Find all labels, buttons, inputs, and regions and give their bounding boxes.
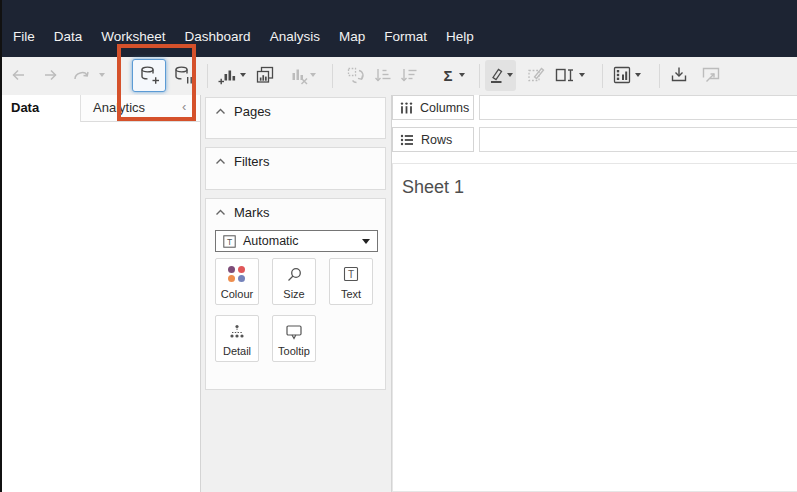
fit-dropdown-caret[interactable] — [579, 73, 585, 77]
text-mark-type-icon: T — [223, 235, 236, 248]
menu-dashboard[interactable]: Dashboard — [185, 29, 251, 44]
menu-help[interactable]: Help — [446, 29, 474, 44]
rows-shelf-drop-area[interactable] — [479, 127, 797, 152]
forward-icon — [41, 65, 61, 85]
duplicate-button[interactable] — [252, 62, 278, 88]
pause-auto-updates-button[interactable] — [170, 62, 196, 88]
menu-data[interactable]: Data — [54, 29, 83, 44]
sort-descending-icon — [398, 65, 419, 86]
back-icon — [8, 65, 28, 85]
sheet-view[interactable]: Sheet 1 — [392, 163, 797, 492]
clear-sheet-button[interactable] — [285, 62, 311, 88]
detail-icon — [228, 323, 246, 341]
collapse-chevron-icon[interactable] — [215, 209, 226, 216]
rows-shelf-text: Rows — [421, 133, 452, 147]
svg-text:T: T — [348, 269, 354, 280]
menu-worksheet[interactable]: Worksheet — [101, 29, 165, 44]
size-button[interactable]: Size — [272, 258, 316, 305]
columns-shelf-drop-area[interactable] — [479, 95, 797, 120]
sort-ascending-icon — [372, 65, 393, 86]
text-button-label: Text — [341, 288, 361, 300]
filters-card-title: Filters — [234, 154, 269, 169]
show-me-button[interactable] — [609, 62, 635, 88]
highlight-button[interactable] — [483, 62, 509, 88]
fit-selector-icon — [553, 64, 575, 86]
back-button[interactable] — [5, 62, 31, 88]
collapse-chevron-icon[interactable] — [215, 108, 226, 115]
new-worksheet-dropdown-caret[interactable] — [240, 73, 246, 77]
new-worksheet-icon — [217, 65, 238, 86]
toolbar-separator — [332, 64, 333, 88]
worksheet-area: Columns Rows Sheet 1 — [392, 95, 797, 492]
mark-type-caret-icon — [362, 239, 370, 244]
columns-shelf-text: Columns — [420, 101, 469, 115]
mark-type-label: Automatic — [243, 234, 299, 248]
detail-button-label: Detail — [223, 345, 251, 357]
totals-dropdown-caret[interactable] — [459, 73, 465, 77]
totals-button[interactable]: Σ — [435, 62, 461, 88]
window-left-border — [0, 0, 2, 492]
tooltip-icon — [284, 323, 304, 341]
tableau-window: File Data Worksheet Dashboard Analysis M… — [0, 0, 797, 492]
size-button-label: Size — [283, 288, 304, 300]
swap-rows-columns-button[interactable] — [342, 62, 368, 88]
menu-format[interactable]: Format — [384, 29, 427, 44]
menu-analysis[interactable]: Analysis — [270, 29, 320, 44]
toolbar-separator — [207, 64, 208, 88]
data-pane: Data Analytics ‹ — [2, 95, 201, 492]
clear-sheet-dropdown-caret[interactable] — [310, 73, 316, 77]
pause-auto-updates-icon — [172, 64, 194, 86]
marks-card: Marks T Automatic Colour Size — [205, 198, 386, 390]
menu-bar: File Data Worksheet Dashboard Analysis M… — [0, 0, 797, 57]
forward-button[interactable] — [38, 62, 64, 88]
rows-shelf-label[interactable]: Rows — [392, 127, 474, 152]
highlight-icon — [486, 65, 506, 85]
show-me-dropdown-caret[interactable] — [635, 73, 641, 77]
sort-descending-button[interactable] — [395, 62, 421, 88]
sort-ascending-button[interactable] — [369, 62, 395, 88]
colour-button-label: Colour — [221, 288, 253, 300]
new-worksheet-button[interactable] — [214, 62, 240, 88]
collapse-pane-button[interactable]: ‹ — [182, 95, 200, 122]
menu-file[interactable]: File — [13, 29, 35, 44]
shelf-card-pane: Pages Filters Marks T Automatic — [201, 95, 392, 492]
download-icon — [668, 64, 690, 86]
collapse-chevron-icon[interactable] — [215, 158, 226, 165]
tooltip-button[interactable]: Tooltip — [272, 315, 316, 362]
colour-icon — [228, 266, 246, 282]
pages-card-title: Pages — [234, 104, 271, 119]
colour-button[interactable]: Colour — [215, 258, 259, 305]
edit-axis-icon — [526, 65, 546, 85]
svg-text:T: T — [227, 236, 232, 246]
download-button[interactable] — [666, 62, 692, 88]
presentation-mode-button[interactable] — [698, 62, 724, 88]
replay-dropdown-caret[interactable] — [99, 73, 105, 77]
clear-sheet-icon — [288, 65, 309, 86]
pages-card[interactable]: Pages — [205, 97, 386, 139]
data-pane-tabbar: Data Analytics ‹ — [2, 95, 200, 122]
toolbar-separator — [659, 64, 660, 88]
pages-card-header: Pages — [206, 98, 385, 119]
marks-card-header: Marks — [206, 199, 385, 220]
detail-button[interactable]: Detail — [215, 315, 259, 362]
swap-rows-columns-icon — [345, 65, 366, 86]
tab-data[interactable]: Data — [2, 95, 81, 122]
redo-icon — [71, 65, 91, 85]
filters-card[interactable]: Filters — [205, 147, 386, 190]
fit-selector-button[interactable] — [551, 62, 577, 88]
rows-icon — [399, 132, 415, 148]
text-icon: T — [343, 266, 359, 282]
new-data-source-icon — [138, 64, 160, 86]
presentation-mode-icon — [700, 64, 722, 86]
size-icon — [285, 266, 303, 284]
replay-button[interactable] — [68, 62, 94, 88]
highlight-dropdown-caret[interactable] — [507, 73, 513, 77]
tab-analytics[interactable]: Analytics — [81, 95, 182, 122]
text-button[interactable]: T Text — [329, 258, 373, 305]
new-data-source-button[interactable] — [136, 62, 162, 88]
edit-axis-button[interactable] — [523, 62, 549, 88]
columns-icon — [399, 100, 414, 116]
menu-map[interactable]: Map — [339, 29, 365, 44]
columns-shelf-label[interactable]: Columns — [392, 95, 474, 120]
mark-type-dropdown[interactable]: T Automatic — [215, 230, 378, 252]
